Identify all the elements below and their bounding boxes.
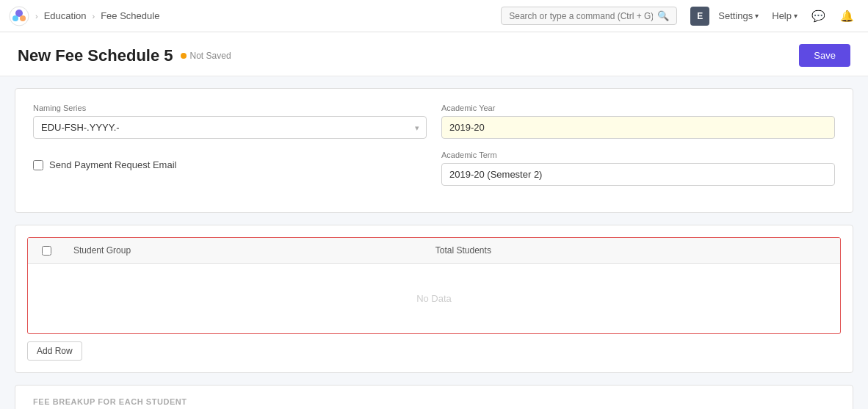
not-saved-badge: Not Saved [181,51,231,61]
academic-term-label: Academic Term [441,151,835,159]
page-header: New Fee Schedule 5 Not Saved Save [0,32,868,76]
student-group-table: Student Group Total Students No Data [28,238,840,333]
breadcrumb-chevron-2: › [93,12,95,21]
app-logo[interactable] [9,6,29,26]
topnav-right: E Settings ▾ Help ▾ 💬 🔔 [690,7,859,26]
page-title: New Fee Schedule 5 [18,46,173,65]
settings-chevron-icon: ▾ [755,12,759,20]
student-table-section: Student Group Total Students No Data Add… [15,225,853,373]
th-actions [781,238,840,264]
academic-year-field: Academic Year [441,104,835,139]
fee-breakup-title: FEE BREAKUP FOR EACH STUDENT [33,397,835,406]
bell-icon[interactable]: 🔔 [835,7,859,26]
academic-year-input[interactable] [441,116,835,139]
student-table-header-row: Student Group Total Students [28,238,840,264]
naming-series-label: Naming Series [33,104,427,112]
select-all-checkbox[interactable] [42,246,51,256]
breadcrumb-chevron-1: › [35,12,38,21]
naming-series-select-wrapper: EDU-FSH-.YYYY.- ▾ [33,116,427,139]
save-button[interactable]: Save [799,44,850,67]
topnav: › Education › Fee Schedule 🔍 E Settings … [0,0,868,32]
form-row-1: Naming Series EDU-FSH-.YYYY.- ▾ Academic… [33,104,835,139]
search-bar[interactable]: 🔍 [501,7,677,25]
no-data-cell: No Data [28,264,840,334]
student-table-head: Student Group Total Students [28,238,840,264]
not-saved-dot [181,53,187,59]
send-payment-row: Send Payment Request Email [33,159,427,170]
fee-breakup-section: FEE BREAKUP FOR EACH STUDENT [15,385,853,409]
student-table-body: No Data [28,264,840,334]
send-payment-col: Send Payment Request Email [33,151,427,186]
user-avatar[interactable]: E [690,7,709,26]
svg-point-3 [20,15,26,21]
add-row-button[interactable]: Add Row [27,341,82,361]
page-title-area: New Fee Schedule 5 Not Saved [18,46,231,65]
search-icon: 🔍 [657,10,669,21]
no-data-row: No Data [28,264,840,334]
main-content: Naming Series EDU-FSH-.YYYY.- ▾ Academic… [0,88,868,409]
academic-term-input[interactable] [441,163,835,186]
send-payment-label[interactable]: Send Payment Request Email [49,159,176,170]
th-checkbox [28,238,65,264]
help-chevron-icon: ▾ [794,12,798,20]
breadcrumb-fee-schedule[interactable]: Fee Schedule [101,10,159,21]
academic-year-label: Academic Year [441,104,835,112]
student-table-wrapper: Student Group Total Students No Data [27,237,841,334]
form-row-2: Send Payment Request Email Academic Term [33,151,835,186]
naming-series-field: Naming Series EDU-FSH-.YYYY.- ▾ [33,104,427,139]
form-section: Naming Series EDU-FSH-.YYYY.- ▾ Academic… [15,88,853,213]
svg-point-2 [12,15,18,21]
breadcrumb-education[interactable]: Education [44,10,87,21]
help-button[interactable]: Help ▾ [767,7,802,24]
naming-series-select[interactable]: EDU-FSH-.YYYY.- [33,116,427,139]
academic-term-field: Academic Term [441,151,835,186]
search-input[interactable] [509,11,653,21]
th-student-group: Student Group [65,238,427,264]
th-total-students: Total Students [427,238,781,264]
settings-button[interactable]: Settings ▾ [714,7,763,24]
not-saved-label: Not Saved [190,51,231,61]
send-payment-checkbox[interactable] [33,160,43,170]
notification-icon[interactable]: 💬 [806,7,831,26]
